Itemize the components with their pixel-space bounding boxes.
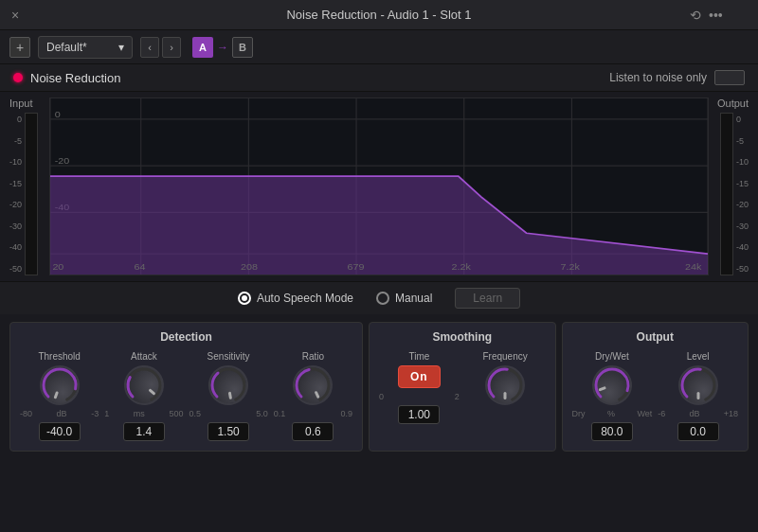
level-range: -6 dB +18 [658, 409, 738, 418]
title-bar: × Noise Reduction - Audio 1 - Slot 1 ⟲ •… [0, 0, 758, 30]
frequency-group: Frequency 0 x 2 [465, 351, 546, 443]
threshold-value[interactable]: -40.0 [39, 422, 81, 441]
power-indicator[interactable] [13, 73, 23, 82]
controls-section: Detection Threshold -80 dB -3 -40.0 [0, 314, 758, 459]
output-label: Output [717, 98, 749, 109]
toolbar: + Default* ▾ ‹ › A → B [0, 30, 758, 64]
svg-text:0: 0 [55, 109, 61, 118]
svg-text:24k: 24k [685, 261, 702, 271]
level-knob[interactable] [678, 365, 718, 405]
sensitivity-label: Sensitivity [208, 351, 250, 362]
input-vu-meter: Input 0 -5 -10 -15 -20 -30 -40 -50 [9, 98, 45, 275]
listen-group: Listen to noise only [609, 70, 745, 85]
output-panel: Output Dry/Wet Dry % Wet 80.0 [562, 322, 749, 452]
ratio-value[interactable]: 0.6 [292, 422, 334, 441]
frequency-value[interactable]: 1.00 [398, 405, 440, 424]
sensitivity-knob[interactable] [206, 363, 252, 409]
output-vu-meter: Output 0 -5 -10 -15 -20 -30 -40 -50 [713, 98, 749, 275]
svg-text:20: 20 [52, 261, 63, 271]
plugin-name: Noise Reduction [30, 71, 120, 85]
window-title: Noise Reduction - Audio 1 - Slot 1 [68, 8, 690, 22]
ratio-label: Ratio [302, 351, 324, 362]
svg-text:2.2k: 2.2k [452, 261, 472, 271]
threshold-group: Threshold -80 dB -3 -40.0 [20, 351, 99, 441]
attack-knob[interactable] [116, 357, 171, 413]
detection-panel: Detection Threshold -80 dB -3 -40.0 [9, 322, 363, 452]
drywet-range: Dry % Wet [572, 409, 653, 418]
prev-arrow[interactable]: ‹ [140, 37, 159, 58]
time-label: Time [408, 351, 429, 362]
output-title: Output [572, 330, 739, 344]
plugin-header: Noise Reduction Listen to noise only [0, 64, 758, 92]
manual-label: Manual [395, 292, 432, 305]
svg-text:-20: -20 [55, 155, 70, 165]
sensitivity-value[interactable]: 1.50 [208, 422, 249, 441]
history-icon[interactable]: ⟲ [690, 8, 701, 23]
frequency-knob-wrap [485, 365, 525, 405]
title-bar-right: ⟲ ••• [690, 8, 747, 23]
manual-option[interactable]: Manual [376, 292, 432, 305]
sensitivity-knob-wrap [208, 365, 248, 405]
threshold-range: -80 dB -3 [20, 409, 99, 418]
level-value[interactable]: 0.0 [677, 422, 719, 441]
output-vu-bar [720, 113, 733, 275]
level-label: Level [687, 351, 710, 362]
smoothing-knobs: Time On 0 x 2 1.00 Frequency [379, 351, 546, 443]
attack-knob-wrap [124, 365, 164, 405]
drywet-knob-wrap [592, 365, 632, 405]
auto-speech-label: Auto Speech Mode [257, 292, 353, 305]
ratio-group: Ratio 0.1 x 0.9 0.6 [274, 351, 352, 441]
spectrum-display[interactable]: 0 -20 -40 20 64 208 679 2.2k 7.2k 24k [49, 98, 709, 275]
threshold-knob[interactable] [34, 360, 85, 411]
manual-radio[interactable] [376, 292, 389, 305]
attack-value[interactable]: 1.4 [123, 422, 165, 441]
frequency-label: Frequency [483, 351, 528, 362]
ratio-knob-wrap [293, 365, 333, 405]
ab-group: A → B [192, 37, 253, 58]
listen-label: Listen to noise only [609, 71, 707, 84]
time-range: 0 x 2 [379, 392, 460, 401]
input-db-ticks: 0 -5 -10 -15 -20 -30 -40 -50 [9, 113, 25, 275]
ab-arrow-icon: → [217, 41, 228, 54]
plugin-title-group: Noise Reduction [13, 71, 120, 85]
output-knobs: Dry/Wet Dry % Wet 80.0 Level [572, 351, 739, 441]
frequency-knob[interactable] [485, 365, 525, 405]
spectrum-svg: 0 -20 -40 20 64 208 679 2.2k 7.2k 24k [50, 98, 708, 275]
frequency-range: 0 x 2 [465, 409, 546, 418]
auto-speech-radio[interactable] [238, 292, 251, 305]
threshold-label: Threshold [38, 351, 80, 362]
svg-text:64: 64 [135, 261, 146, 271]
listen-toggle[interactable] [714, 70, 745, 85]
menu-icon[interactable]: ••• [709, 8, 723, 23]
detection-title: Detection [20, 330, 352, 344]
next-arrow[interactable]: › [162, 37, 181, 58]
level-knob-wrap [678, 365, 718, 405]
ratio-knob[interactable] [286, 359, 339, 412]
on-button[interactable]: On [398, 365, 441, 388]
sensitivity-range: 0.5 x 5.0 [190, 409, 268, 418]
input-label: Input [9, 98, 45, 109]
add-preset-button[interactable]: + [9, 37, 30, 58]
a-button[interactable]: A [192, 37, 213, 58]
preset-dropdown[interactable]: Default* ▾ [38, 36, 133, 59]
level-group: Level -6 dB +18 0.0 [658, 351, 738, 441]
output-db-ticks: 0 -5 -10 -15 -20 -30 -40 -50 [733, 113, 749, 275]
main-content: Input 0 -5 -10 -15 -20 -30 -40 -50 [0, 92, 758, 281]
attack-group: Attack 1 ms 500 1.4 [104, 351, 183, 441]
title-bar-left: × [11, 8, 68, 23]
close-icon[interactable]: × [11, 8, 19, 23]
smoothing-title: Smoothing [379, 330, 546, 344]
drywet-knob[interactable] [587, 360, 638, 411]
time-group: Time On 0 x 2 1.00 [379, 351, 460, 424]
b-button[interactable]: B [232, 37, 253, 58]
detection-knobs: Threshold -80 dB -3 -40.0 Attack [20, 351, 352, 441]
drywet-value[interactable]: 80.0 [591, 422, 633, 441]
drywet-group: Dry/Wet Dry % Wet 80.0 [572, 351, 653, 441]
nav-arrows: ‹ › [140, 37, 181, 58]
auto-speech-option[interactable]: Auto Speech Mode [238, 292, 353, 305]
svg-text:7.2k: 7.2k [560, 261, 580, 271]
mode-row: Auto Speech Mode Manual Learn [0, 281, 758, 314]
learn-button[interactable]: Learn [455, 288, 520, 309]
attack-range: 1 ms 500 [104, 409, 183, 418]
drywet-label: Dry/Wet [595, 351, 629, 362]
